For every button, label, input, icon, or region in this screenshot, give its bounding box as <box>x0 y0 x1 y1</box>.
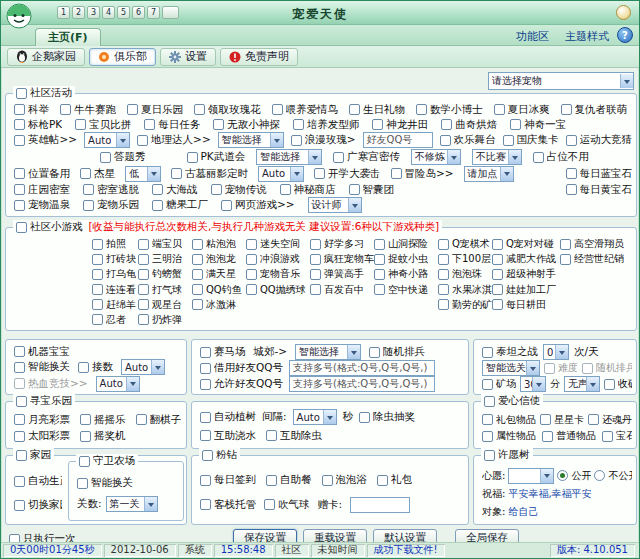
checkbox-三明治[interactable]: 三明治 <box>138 252 182 266</box>
checkbox-打气球[interactable]: 打气球 <box>138 283 182 297</box>
titlebar-button-1[interactable]: 1 <box>57 6 70 19</box>
checkbox-借用好友QQ号[interactable]: 借用好友QQ号 <box>200 361 283 375</box>
checkbox-月亮彩票[interactable]: 月亮彩票 <box>14 413 70 427</box>
checkbox-娃娃加工厂[interactable]: 娃娃加工厂 <box>492 283 556 297</box>
checkbox-大海战[interactable]: 大海战 <box>152 183 198 197</box>
checkbox-自动生产[interactable]: 自动生产 <box>14 474 62 488</box>
checkbox-连连看[interactable]: 连连看 <box>92 283 136 297</box>
checkbox-勤劳的矿工[interactable]: 勤劳的矿工 <box>438 298 492 312</box>
checkbox-古墓丽影定时[interactable]: 古墓丽影定时 <box>171 167 248 181</box>
checkbox-神秘商店[interactable]: 神秘商店 <box>280 183 336 197</box>
radio-不公开[interactable]: 不公开 <box>594 469 632 483</box>
select-30[interactable]: 30 <box>520 376 546 392</box>
tab-免责声明[interactable]: 免责声明 <box>220 48 298 66</box>
checkbox-允许好友QQ号[interactable]: 允许好友QQ号 <box>200 377 283 391</box>
checkbox-太阳彩票[interactable]: 太阳彩票 <box>14 429 70 443</box>
group-toggle-守卫农场[interactable]: 守卫农场 <box>79 454 135 468</box>
checkbox-经营世纪销[interactable]: 经营世纪销 <box>560 252 624 266</box>
checkbox-位置备用[interactable]: 位置备用 <box>14 167 70 181</box>
select-Auto[interactable]: Auto <box>293 409 337 425</box>
checkbox-神龙井田[interactable]: 神龙井田 <box>372 118 428 132</box>
checkbox-泡泡浴[interactable]: 泡泡浴 <box>322 473 368 487</box>
titlebar-button-6[interactable]: 6 <box>132 6 145 19</box>
checkbox-网页游戏>>[interactable]: 网页游戏>> <box>221 198 295 212</box>
checkbox-星星卡[interactable]: 星星卡 <box>540 413 584 427</box>
checkbox-除虫抽奖[interactable]: 除虫抽奖 <box>359 410 415 424</box>
checkbox-泡泡珠[interactable]: 泡泡珠 <box>438 267 482 281</box>
titlebar-skin-button[interactable] <box>616 5 631 20</box>
select-低[interactable]: 低 <box>125 166 161 182</box>
checkbox-泰坦之战[interactable]: 泰坦之战 <box>482 345 538 359</box>
checkbox-忍者[interactable]: 忍者 <box>92 313 126 327</box>
checkbox-宠物传说[interactable]: 宠物传说 <box>211 183 267 197</box>
checkbox-自助餐[interactable]: 自助餐 <box>266 473 312 487</box>
pet-select[interactable]: 请选择宠物 <box>488 72 634 90</box>
select-无声[interactable]: 无声 <box>564 376 600 392</box>
checkbox-切换家园[interactable]: 切换家园 <box>14 498 62 512</box>
checkbox-每日蓝宝石[interactable]: 每日蓝宝石 <box>566 167 633 181</box>
checkbox-智囊团[interactable]: 智囊团 <box>349 183 395 197</box>
menu-link-theme-style[interactable]: 主题样式 <box>565 29 609 44</box>
checkbox-宠物音乐[interactable]: 宠物音乐 <box>246 267 300 281</box>
select-Auto[interactable]: Auto <box>96 376 140 392</box>
checkbox-宝贝比拼[interactable]: 宝贝比拼 <box>75 118 131 132</box>
select-Auto[interactable]: Auto <box>258 166 304 182</box>
checkbox-冒险岛>>[interactable]: 冒险岛>> <box>391 167 454 181</box>
checkbox-培养发型师[interactable]: 培养发型师 <box>293 118 360 132</box>
checkbox-满天星[interactable]: 满天星 <box>192 267 236 281</box>
select-不比赛[interactable]: 不比赛 <box>472 149 522 165</box>
checkbox-夏日乐园[interactable]: 夏日乐园 <box>127 103 183 117</box>
checkbox-庄园密室[interactable]: 庄园密室 <box>14 183 70 197</box>
checkbox-自动植树[interactable]: 自动植树 <box>200 410 256 424</box>
checkbox-互助除虫[interactable]: 互助除虫 <box>266 429 322 443</box>
checkbox-智能换关[interactable]: 智能换关 <box>14 360 70 374</box>
select-智能选择[interactable]: 智能选择 <box>256 149 322 165</box>
checkbox-标枪PK[interactable]: 标枪PK <box>14 118 62 132</box>
checkbox-曲奇烘焙[interactable]: 曲奇烘焙 <box>441 118 497 132</box>
group-toggle-社区活动[interactable]: 社区活动 <box>16 86 72 100</box>
checkbox-复仇者联萌[interactable]: 复仇者联萌 <box>561 103 628 117</box>
checkbox-山洞探险[interactable]: 山洞探险 <box>374 237 428 251</box>
group-toggle-家园[interactable]: 家园 <box>16 448 51 462</box>
checkbox-欢乐舞台[interactable]: 欢乐舞台 <box>440 133 496 147</box>
checkbox-Q宠棋术[interactable]: Q宠棋术 <box>438 237 490 251</box>
checkbox-礼包物品[interactable]: 礼包物品 <box>482 413 536 427</box>
checkbox-QQ钓鱼[interactable]: QQ钓鱼 <box>192 283 242 297</box>
tab-企鹅家园[interactable]: 企鹅家园 <box>7 48 85 66</box>
checkbox-占位不用[interactable]: 占位不用 <box>533 150 589 164</box>
menu-link-function-area[interactable]: 功能区 <box>516 29 549 44</box>
checkbox-冲浪游戏[interactable]: 冲浪游戏 <box>246 252 300 266</box>
checkbox-赶绵羊[interactable]: 赶绵羊 <box>92 298 136 312</box>
checkbox-喂养爱情鸟[interactable]: 喂养爱情鸟 <box>272 103 339 117</box>
checkbox-无敌小神探[interactable]: 无敌小神探 <box>213 118 280 132</box>
group-toggle-爱心信使[interactable]: 爱心信使 <box>484 394 540 408</box>
checkbox-每日签到[interactable]: 每日签到 <box>200 473 256 487</box>
checkbox-热血竞技>>[interactable]: 热血竞技>> <box>14 377 88 391</box>
checkbox-每日耕田[interactable]: 每日耕田 <box>492 298 546 312</box>
checkbox-宠物温泉[interactable]: 宠物温泉 <box>14 198 70 212</box>
checkbox-好学多习[interactable]: 好学多习 <box>310 237 364 251</box>
checkbox-矿场[interactable]: 矿场 <box>482 377 516 391</box>
checkbox-数学小博士[interactable]: 数学小博士 <box>416 103 483 117</box>
checkbox-糖果工厂[interactable]: 糖果工厂 <box>152 198 208 212</box>
checkbox-属性物品[interactable]: 属性物品 <box>482 429 536 443</box>
checkbox-国庆集卡[interactable]: 国庆集卡 <box>503 133 559 147</box>
checkbox-答题秀[interactable]: 答题秀 <box>100 150 146 164</box>
select-blank[interactable] <box>508 468 554 484</box>
checkbox-捉蚊小虫[interactable]: 捉蚊小虫 <box>374 252 428 266</box>
text-input[interactable]: 好友QQ号 <box>363 132 433 148</box>
checkbox-迷失空间[interactable]: 迷失空间 <box>246 237 300 251</box>
titlebar-button-7[interactable]: 7 <box>147 6 160 19</box>
checkbox-观星台[interactable]: 观星台 <box>138 298 182 312</box>
checkbox-智能换关[interactable]: 智能换关 <box>77 476 133 490</box>
home-menu-button[interactable]: 主页(F) <box>35 28 101 46</box>
checkbox-泡泡龙[interactable]: 泡泡龙 <box>192 252 236 266</box>
checkbox-神奇小路[interactable]: 神奇小路 <box>374 267 428 281</box>
group-toggle-粉钻[interactable]: 粉钻 <box>202 448 237 462</box>
checkbox-随机排兵[interactable]: 随机排兵 <box>582 361 632 375</box>
checkbox-减肥大作战[interactable]: 减肥大作战 <box>492 252 556 266</box>
checkbox-互助浇水[interactable]: 互助浇水 <box>200 429 256 443</box>
select-请加点[interactable]: 请加点 <box>464 166 514 182</box>
checkbox-摇奖机[interactable]: 摇奖机 <box>80 429 126 443</box>
checkbox-密室逃脱[interactable]: 密室逃脱 <box>83 183 139 197</box>
